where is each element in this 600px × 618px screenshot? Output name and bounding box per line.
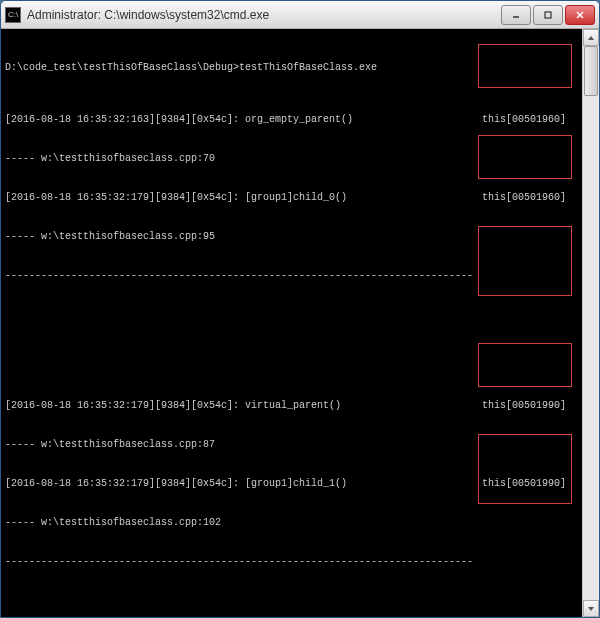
this-ptr: this[00501960] bbox=[482, 113, 578, 126]
minimize-button[interactable] bbox=[501, 5, 531, 25]
log-line: [2016-08-18 16:35:32:179][9384][0x54c]: … bbox=[5, 191, 347, 204]
console-output[interactable]: D:\code_test\testThisOfBaseClass\Debug>t… bbox=[1, 29, 582, 617]
cmd-window: C:\ Administrator: C:\windows\system32\c… bbox=[0, 0, 600, 618]
this-ptr: this[00501960] bbox=[482, 191, 578, 204]
prompt-line: D:\code_test\testThisOfBaseClass\Debug>t… bbox=[5, 61, 377, 74]
log-line: [2016-08-18 16:35:32:179][9384][0x54c]: … bbox=[5, 399, 341, 412]
src-line: ----- w:\testthisofbaseclass.cpp:95 bbox=[5, 230, 215, 243]
separator: ----------------------------------------… bbox=[5, 555, 473, 568]
scroll-thumb[interactable] bbox=[584, 46, 598, 96]
this-ptr: this[00501990] bbox=[482, 477, 578, 490]
cmd-icon: C:\ bbox=[5, 7, 21, 23]
src-line: ----- w:\testthisofbaseclass.cpp:102 bbox=[5, 516, 221, 529]
console-area: D:\code_test\testThisOfBaseClass\Debug>t… bbox=[1, 29, 599, 617]
log-line: [2016-08-18 16:35:32:179][9384][0x54c]: … bbox=[5, 477, 347, 490]
this-ptr: this[00501990] bbox=[482, 399, 578, 412]
close-button[interactable] bbox=[565, 5, 595, 25]
log-line: [2016-08-18 16:35:32:163][9384][0x54c]: … bbox=[5, 113, 353, 126]
svg-marker-4 bbox=[588, 36, 594, 40]
src-line: ----- w:\testthisofbaseclass.cpp:70 bbox=[5, 152, 215, 165]
titlebar[interactable]: C:\ Administrator: C:\windows\system32\c… bbox=[1, 1, 599, 29]
window-controls bbox=[499, 5, 595, 25]
window-title: Administrator: C:\windows\system32\cmd.e… bbox=[27, 8, 499, 22]
maximize-button[interactable] bbox=[533, 5, 563, 25]
separator: ----------------------------------------… bbox=[5, 269, 473, 282]
scroll-down-button[interactable] bbox=[583, 600, 599, 617]
scroll-track[interactable] bbox=[583, 46, 599, 600]
svg-rect-1 bbox=[545, 12, 551, 18]
src-line: ----- w:\testthisofbaseclass.cpp:87 bbox=[5, 438, 215, 451]
vertical-scrollbar[interactable] bbox=[582, 29, 599, 617]
scroll-up-button[interactable] bbox=[583, 29, 599, 46]
svg-marker-5 bbox=[588, 607, 594, 611]
